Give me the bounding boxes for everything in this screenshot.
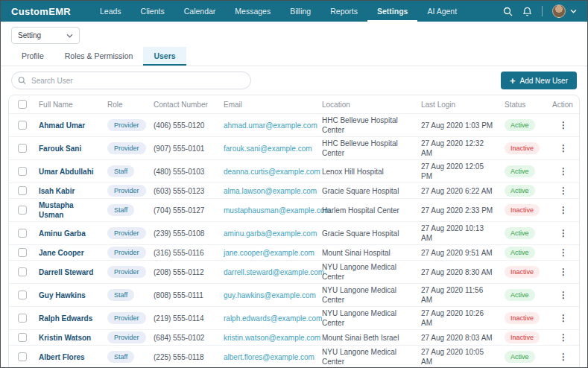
status-badge: Active <box>505 185 535 197</box>
users-toolbar: + Add New User <box>1 66 587 95</box>
row-checkbox[interactable] <box>18 186 27 195</box>
row-checkbox[interactable] <box>18 167 27 176</box>
full-name-cell: Albert Flores <box>34 346 103 368</box>
last-login-cell: 27 Aug 2020 12:05 PM <box>417 160 500 183</box>
user-email-link[interactable]: mustaphausman@example.com <box>224 206 331 215</box>
role-cell: Staff <box>103 284 149 307</box>
user-name-link[interactable]: Farouk Sani <box>39 145 81 153</box>
avatar <box>552 4 566 18</box>
row-checkbox[interactable] <box>18 291 27 299</box>
location-cell: Lenox Hill Hospital <box>317 160 417 183</box>
table-row: Mustapha Usman Staff (704) 555-0127 must… <box>9 199 579 222</box>
row-actions-kebab-icon[interactable]: ⋮ <box>556 289 571 301</box>
contact-number-cell: (704) 555-0127 <box>149 199 219 222</box>
row-checkbox[interactable] <box>18 121 27 130</box>
row-actions-kebab-icon[interactable]: ⋮ <box>556 227 571 239</box>
row-checkbox[interactable] <box>18 206 27 215</box>
setting-select-value: Setting <box>18 31 41 39</box>
status-cell: Inactive <box>500 137 548 160</box>
user-email-link[interactable]: aminu.garba@example.com <box>224 229 317 238</box>
user-email-link[interactable]: ralph.edwards@example.com <box>224 314 322 323</box>
status-badge: Inactive <box>505 204 540 216</box>
select-all-checkbox[interactable] <box>18 100 27 109</box>
row-actions-kebab-icon[interactable]: ⋮ <box>556 204 571 216</box>
row-checkbox[interactable] <box>18 267 27 276</box>
role-badge: Provider <box>107 227 146 239</box>
last-login-cell: 27 Aug 2020 10:13 AM <box>417 222 500 245</box>
contact-number-cell: (603) 555-0123 <box>149 183 219 199</box>
row-checkbox[interactable] <box>18 352 27 361</box>
nav-item[interactable]: AI Agent <box>417 1 467 22</box>
user-email-link[interactable]: alma.lawson@example.com <box>224 187 317 195</box>
row-actions-kebab-icon[interactable]: ⋮ <box>556 165 571 177</box>
user-email-link[interactable]: jane.cooper@example.com <box>224 249 314 257</box>
column-header: Full Name <box>34 95 103 114</box>
status-cell: Inactive <box>500 307 548 330</box>
row-actions-kebab-icon[interactable]: ⋮ <box>556 312 571 324</box>
location-cell: NYU Langone Medical Center <box>317 261 417 284</box>
nav-item[interactable]: Leads <box>90 1 131 22</box>
user-name-link[interactable]: Isah Kabir <box>39 187 75 195</box>
user-name-link[interactable]: Darrell Steward <box>39 268 93 276</box>
role-cell: Provider <box>103 261 149 284</box>
user-name-link[interactable]: Jane Cooper <box>39 249 84 257</box>
bell-icon[interactable] <box>522 7 532 16</box>
row-actions-kebab-icon[interactable]: ⋮ <box>556 119 571 131</box>
nav-item[interactable]: Settings <box>367 1 417 22</box>
row-actions-kebab-icon[interactable]: ⋮ <box>556 331 571 343</box>
user-name-link[interactable]: Ahmad Umar <box>39 121 85 130</box>
row-checkbox[interactable] <box>18 248 27 257</box>
user-name-link[interactable]: Umar Abdullahi <box>39 168 94 176</box>
nav-item-label: Calendar <box>184 7 216 16</box>
action-cell: ⋮ <box>548 222 579 245</box>
nav-item[interactable]: Messages <box>225 1 280 22</box>
user-email-link[interactable]: albert.flores@example.com <box>224 353 314 361</box>
search-icon[interactable] <box>503 7 513 16</box>
tab[interactable]: Users <box>143 47 186 66</box>
tab[interactable]: Profile <box>11 47 54 66</box>
role-badge: Staff <box>107 165 134 177</box>
user-email-link[interactable]: deanna.curtis@example.com <box>224 168 320 176</box>
table-row: Guy Hawkins Staff (808) 555-0111 guy.haw… <box>9 284 579 307</box>
nav-item[interactable]: Calendar <box>174 1 226 22</box>
role-cell: Provider <box>103 330 149 346</box>
contact-number-cell: (208) 555-0112 <box>149 261 219 284</box>
users-table-body: Ahmad Umar Provider (406) 555-0120 ahmad… <box>9 114 579 368</box>
location-cell: HHC Bellevue Hospital Center <box>317 137 417 160</box>
row-actions-kebab-icon[interactable]: ⋮ <box>556 351 571 363</box>
chevron-down-icon <box>66 34 73 38</box>
nav-item[interactable]: Reports <box>320 1 367 22</box>
user-email-link[interactable]: darrell.steward@example.com <box>224 268 324 276</box>
setting-select[interactable]: Setting <box>11 27 80 44</box>
user-name-link[interactable]: Mustapha Usman <box>39 201 74 219</box>
add-new-user-button[interactable]: + Add New User <box>501 72 577 89</box>
contact-number-cell: (480) 555-0103 <box>149 160 219 183</box>
row-actions-kebab-icon[interactable]: ⋮ <box>556 142 571 154</box>
user-name-link[interactable]: Ralph Edwards <box>39 314 92 323</box>
user-name-link[interactable]: Kristin Watson <box>39 334 91 342</box>
user-email-link[interactable]: farouk.sani@example.com <box>224 145 312 153</box>
user-name-link[interactable]: Guy Hawkins <box>39 291 86 299</box>
row-checkbox[interactable] <box>18 229 27 238</box>
row-checkbox[interactable] <box>18 333 27 342</box>
user-menu[interactable] <box>552 4 577 18</box>
status-cell: Active <box>500 114 548 137</box>
nav-item[interactable]: Billing <box>280 1 320 22</box>
user-email-link[interactable]: guy.hawkins@example.com <box>224 291 316 299</box>
nav-item[interactable]: Clients <box>131 1 174 22</box>
user-name-link[interactable]: Aminu Garba <box>39 229 86 238</box>
role-badge: Staff <box>107 289 134 301</box>
role-badge: Staff <box>107 204 134 216</box>
row-checkbox[interactable] <box>18 144 27 153</box>
search-input[interactable] <box>11 72 251 89</box>
row-actions-kebab-icon[interactable]: ⋮ <box>556 266 571 278</box>
tab[interactable]: Roles & Permission <box>54 47 144 66</box>
row-actions-kebab-icon[interactable]: ⋮ <box>556 247 571 258</box>
user-name-link[interactable]: Albert Flores <box>39 353 85 361</box>
email-cell: darrell.steward@example.com <box>219 261 317 284</box>
row-checkbox[interactable] <box>18 314 27 323</box>
user-email-link[interactable]: ahmad.umar@example.com <box>224 121 317 130</box>
status-badge: Inactive <box>505 266 540 278</box>
row-actions-kebab-icon[interactable]: ⋮ <box>556 185 571 197</box>
user-email-link[interactable]: kristin.watson@example.com <box>224 334 320 342</box>
